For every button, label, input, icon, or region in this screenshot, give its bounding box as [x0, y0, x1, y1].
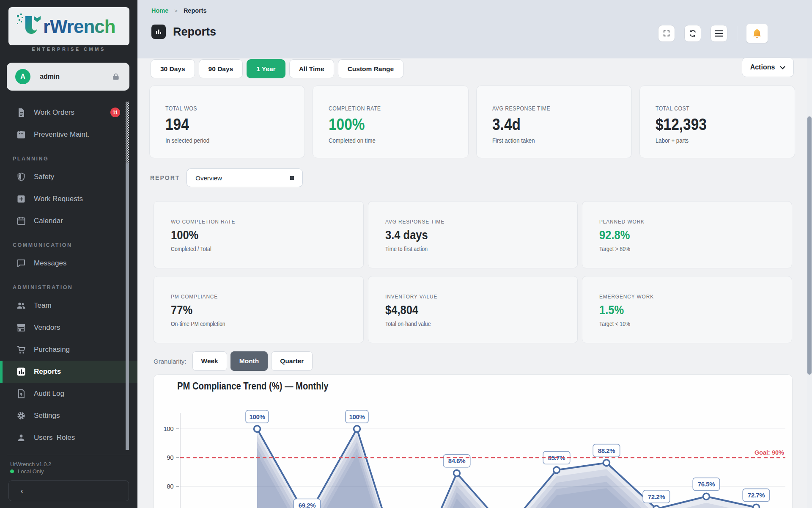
actions-dropdown-button[interactable]: Actions: [742, 58, 794, 77]
nav-section-planning: PLANNING: [0, 146, 137, 166]
range-button-custom-range[interactable]: Custom Range: [338, 59, 403, 78]
sidebar-nav: Work Orders11Preventive Maint.PLANNINGSa…: [0, 102, 137, 449]
calendar-dots-icon: [16, 130, 26, 140]
store-icon: [16, 323, 26, 333]
sidebar-item-vendors[interactable]: Vendors: [0, 317, 137, 339]
avatar: A: [15, 69, 30, 84]
range-button-30-days[interactable]: 30 Days: [151, 59, 195, 78]
svg-text:90: 90: [167, 454, 173, 461]
sidebar-scrollbar[interactable]: [126, 102, 129, 450]
kpi-value: 3.4d: [492, 116, 631, 134]
sidebar-item-label: Safety: [34, 173, 54, 181]
reports-title-icon: [151, 25, 166, 39]
metric-subtitle: Target > 80%: [599, 246, 792, 252]
sidebar-item-messages[interactable]: Messages: [0, 252, 137, 274]
granularity-button-week[interactable]: Week: [192, 351, 227, 371]
bell-icon: [752, 28, 762, 39]
sidebar-item-work-orders[interactable]: Work Orders11: [0, 102, 137, 124]
kpi-label: TOTAL WOS: [165, 105, 304, 112]
page-header: Home > Reports Reports: [137, 0, 812, 58]
report-label: REPORT: [150, 174, 180, 181]
svg-text:Goal: 90%: Goal: 90%: [754, 449, 784, 456]
range-button-1-year[interactable]: 1 Year: [247, 59, 285, 78]
sidebar-collapse-button[interactable]: ‹: [8, 480, 129, 501]
menu-icon: [715, 30, 723, 37]
svg-text:80: 80: [167, 483, 173, 490]
sidebar-item-calendar[interactable]: Calendar: [0, 210, 137, 232]
metric-value: 92.8%: [599, 228, 792, 242]
metric-label: PLANNED WORK: [599, 218, 792, 225]
kpi-subtitle: Labor + parts: [656, 137, 795, 144]
svg-text:100%: 100%: [349, 413, 365, 420]
metric-label: WO COMPLETION RATE: [171, 218, 363, 225]
user-name: admin: [40, 73, 112, 80]
sidebar-item-audit-log[interactable]: Audit Log: [0, 383, 137, 405]
menu-button[interactable]: [710, 25, 727, 42]
metric-value: 3.4 days: [385, 228, 578, 242]
metric-label: INVENTORY VALUE: [385, 293, 578, 300]
range-button-all-time[interactable]: All Time: [289, 59, 334, 78]
user-card[interactable]: A admin: [7, 63, 129, 91]
work-orders-count-badge: 11: [110, 108, 120, 117]
granularity-button-month[interactable]: Month: [230, 351, 268, 371]
sidebar-item-reports[interactable]: Reports: [0, 361, 137, 383]
sidebar-scrollbar-thumb[interactable]: [126, 163, 129, 450]
shield-icon: [16, 172, 26, 182]
kpi-value: 100%: [329, 116, 468, 134]
sidebar-item-settings[interactable]: Settings: [0, 405, 137, 427]
chevron-down-icon: [780, 66, 785, 69]
sidebar-item-purchasing[interactable]: Purchasing: [0, 339, 137, 361]
nav-section-communication: COMMUNICATION: [0, 232, 137, 252]
sidebar-item-users-roles[interactable]: Users Roles: [0, 427, 137, 449]
granularity-button-quarter[interactable]: Quarter: [271, 351, 313, 371]
metric-card-planned-work: PLANNED WORK92.8%Target > 80%: [582, 201, 792, 268]
sidebar-item-work-requests[interactable]: Work Requests: [0, 188, 137, 210]
refresh-button[interactable]: [684, 25, 701, 42]
kpi-card-avg-response-time: AVG RESPONSE TIME3.4dFirst action taken: [476, 86, 632, 158]
sidebar-item-label: Team: [34, 301, 52, 310]
sidebar-item-label: Audit Log: [34, 389, 64, 398]
page-scrollbar[interactable]: [807, 58, 812, 508]
granularity-row: Granularity: WeekMonthQuarter: [154, 351, 313, 371]
pm-compliance-chart-card: PM Compliance Trend (%) — Monthly 100908…: [154, 374, 793, 508]
kpi-label: COMPLETION RATE: [329, 105, 468, 112]
breadcrumb-home-link[interactable]: Home: [151, 7, 168, 14]
sidebar: rWrench ENTERPRISE CMMS A admin Work Ord…: [0, 0, 137, 508]
sidebar-item-label: Work Requests: [34, 195, 83, 203]
kpi-card-completion-rate: COMPLETION RATE100%Completed on time: [313, 86, 468, 158]
kpi-subtitle: First action taken: [492, 137, 631, 144]
notifications-button[interactable]: [746, 24, 768, 43]
svg-text:rWrench: rWrench: [43, 16, 115, 37]
fullscreen-button[interactable]: [658, 25, 675, 42]
breadcrumb-separator: >: [174, 8, 178, 14]
svg-text:84.6%: 84.6%: [448, 457, 466, 464]
range-button-90-days[interactable]: 90 Days: [199, 59, 243, 78]
nav-section-administration: ADMINISTRATION: [0, 274, 137, 295]
metric-label: AVG RESPONSE TIME: [385, 218, 578, 225]
sidebar-item-safety[interactable]: Safety: [0, 166, 137, 188]
kpi-value: 194: [165, 116, 304, 134]
sidebar-item-label: Calendar: [34, 217, 63, 225]
select-indicator-icon: [290, 176, 294, 180]
app-logo[interactable]: rWrench: [8, 7, 129, 45]
bar-chart-icon: [16, 367, 26, 377]
kpi-card-total-wos: TOTAL WOS194In selected period: [149, 86, 305, 158]
metric-value: $4,804: [385, 303, 578, 317]
connection-status: Local Only: [10, 468, 137, 475]
svg-text:72.7%: 72.7%: [748, 491, 765, 499]
metric-label: EMERGENCY WORK: [599, 293, 792, 300]
sidebar-item-team[interactable]: Team: [0, 295, 137, 317]
app-tagline: ENTERPRISE CMMS: [0, 47, 137, 52]
metric-value: 100%: [171, 228, 363, 242]
sidebar-item-preventive-maint[interactable]: Preventive Maint.: [0, 124, 137, 146]
kpi-subtitle: In selected period: [165, 137, 304, 144]
sidebar-item-label: Users Roles: [34, 433, 75, 442]
report-type-select[interactable]: Overview: [187, 168, 303, 187]
page-scrollbar-thumb[interactable]: [807, 116, 812, 375]
divider: [737, 26, 737, 41]
metric-card-emergency-work: EMERGENCY WORK1.5%Target < 10%: [582, 276, 792, 343]
metric-subtitle: Time to first action: [385, 246, 578, 252]
cart-icon: [16, 345, 26, 355]
sidebar-scrollbar-track: [126, 102, 129, 163]
metric-subtitle: Total on-hand value: [385, 320, 578, 327]
